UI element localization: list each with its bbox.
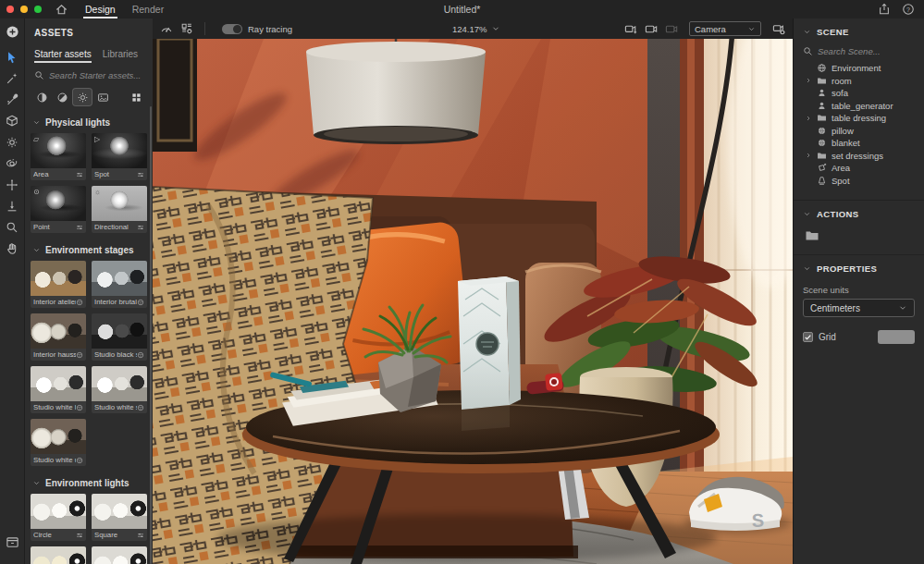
tool-light[interactable]	[0, 131, 25, 153]
scene-item-table-dressing[interactable]: table dressing	[794, 112, 924, 125]
orbit-icon	[6, 157, 18, 170]
model-icon	[817, 101, 827, 111]
grid-color-swatch[interactable]	[878, 330, 915, 344]
scene-item-spot[interactable]: Spot	[794, 175, 924, 188]
app-title-bar: Design Render Untitled*	[0, 0, 924, 18]
scene-item-table-generator[interactable]: table_generator	[794, 100, 924, 113]
cursor-icon	[6, 51, 18, 64]
svg-text:S: S	[751, 510, 764, 531]
3d-scene-canvas[interactable]: S	[153, 39, 793, 564]
window-zoom-button[interactable]	[34, 6, 42, 13]
tool-move[interactable]	[0, 174, 25, 195]
scene-item-room[interactable]: room	[794, 75, 924, 88]
drop-arrow-icon	[6, 200, 18, 213]
add-asset-button[interactable]	[0, 21, 25, 43]
tool-primitive[interactable]	[0, 110, 25, 131]
tool-paint[interactable]	[0, 89, 25, 110]
asset-env-stage[interactable]: Studio white um...	[31, 419, 86, 466]
tool-drop-to-ground[interactable]	[0, 195, 25, 216]
scene-item-blanket[interactable]: blanket	[794, 137, 924, 150]
tab-starter-assets[interactable]: Starter assets	[34, 49, 92, 63]
actions-section-header[interactable]: ACTIONS	[794, 201, 924, 219]
scene-item-sofa[interactable]: sofa	[794, 87, 924, 100]
open-folder-icon[interactable]	[805, 228, 819, 243]
asset-area-light[interactable]: ▱ Area	[31, 133, 86, 180]
sliders-icon	[76, 224, 83, 231]
camera-switch-button[interactable]	[641, 18, 661, 39]
folder-icon	[817, 151, 827, 161]
assets-scrollbar[interactable]	[150, 106, 152, 564]
asset-library-button[interactable]	[0, 532, 25, 553]
scene-section-header[interactable]: SCENE	[794, 18, 924, 37]
asset-env-light-circle[interactable]: Circle	[31, 494, 86, 541]
tool-orbit[interactable]	[0, 153, 25, 174]
camera-selector[interactable]: Camera	[689, 21, 761, 36]
filter-materials-button[interactable]	[53, 89, 71, 105]
window-minimize-button[interactable]	[20, 6, 28, 13]
home-icon[interactable]	[55, 3, 68, 17]
filter-lights-button[interactable]	[73, 89, 92, 105]
scene-item-pillow[interactable]: pillow	[794, 125, 924, 138]
asset-env-stage[interactable]: Studio black soft...	[92, 313, 147, 361]
tool-zoom[interactable]	[0, 216, 25, 238]
asset-point-light[interactable]: ⊙ Point	[31, 186, 86, 233]
properties-section-header[interactable]: PROPERTIES	[794, 255, 924, 274]
scene-item-set-dressings[interactable]: set dressings	[794, 150, 924, 163]
scene-search-input[interactable]	[818, 46, 914, 56]
light-icon	[6, 136, 18, 149]
asset-env-stage[interactable]: Studio white ha...	[31, 366, 86, 413]
chevron-right-icon[interactable]	[805, 115, 812, 122]
tab-render[interactable]: Render	[132, 0, 164, 18]
add-camera-button[interactable]	[621, 18, 641, 39]
images-filter-icon	[97, 92, 109, 104]
grid-label: Grid	[819, 332, 836, 342]
assets-search-input[interactable]	[49, 70, 142, 80]
assets-header: ASSETS	[25, 18, 153, 38]
search-icon	[803, 46, 813, 56]
camera-lock-button[interactable]	[661, 18, 682, 39]
substance-icon	[76, 457, 83, 464]
area-light-icon	[817, 163, 827, 173]
right-panel: SCENE Environment room sofa table_genera…	[793, 18, 924, 564]
window-close-button[interactable]	[6, 6, 14, 13]
section-physical-lights[interactable]: Physical lights	[25, 105, 153, 133]
asset-directional-light[interactable]: ☼ Directional	[92, 186, 147, 233]
picture-frame[interactable]	[153, 39, 197, 152]
chevron-right-icon[interactable]	[805, 152, 812, 159]
scene-units-select[interactable]: Centimeters	[803, 299, 915, 317]
asset-env-light-three-point[interactable]: Three point	[92, 546, 147, 564]
viewport: Ray tracing 124.17% Camera	[153, 18, 793, 564]
substance-icon	[137, 299, 144, 306]
chevron-down-icon	[803, 210, 811, 218]
grid-view-button[interactable]	[127, 89, 145, 105]
camera-settings-button[interactable]	[769, 18, 789, 39]
mesh-icon	[817, 138, 827, 148]
asset-env-stage[interactable]: Interior haussm...	[31, 313, 86, 361]
scene-item-area[interactable]: Area	[794, 162, 924, 175]
performance-gauge-button[interactable]	[156, 18, 177, 39]
asset-env-stage[interactable]: Interior atelier s...	[31, 261, 86, 308]
asset-spot-light[interactable]: ▷ Spot	[92, 133, 147, 180]
asset-env-light-sun[interactable]: Sun	[31, 546, 86, 564]
spot-light-icon	[817, 176, 827, 186]
share-icon[interactable]	[878, 3, 891, 16]
scene-item-environment[interactable]: Environment	[794, 62, 924, 75]
section-environment-stages[interactable]: Environment stages	[25, 233, 153, 261]
tool-magic-wand[interactable]	[0, 67, 25, 89]
filter-models-button[interactable]	[32, 89, 51, 105]
ray-tracing-toggle[interactable]	[222, 24, 242, 34]
tab-design[interactable]: Design	[85, 0, 116, 18]
asset-env-light-square[interactable]: Square	[92, 494, 147, 541]
tool-select[interactable]	[0, 46, 25, 67]
asset-env-stage[interactable]: Interior brutalist...	[92, 261, 147, 308]
section-environment-lights[interactable]: Environment lights	[25, 466, 153, 494]
help-icon[interactable]	[902, 3, 915, 16]
chevron-right-icon[interactable]	[805, 77, 812, 84]
tool-pan[interactable]	[0, 238, 25, 259]
asset-env-stage[interactable]: Studio white so...	[92, 366, 147, 413]
filter-images-button[interactable]	[93, 89, 112, 105]
zoom-control[interactable]: 124.17%	[447, 24, 500, 34]
grid-checkbox[interactable]	[803, 332, 813, 342]
render-settings-button[interactable]	[177, 18, 197, 39]
tab-libraries[interactable]: Libraries	[103, 49, 138, 63]
